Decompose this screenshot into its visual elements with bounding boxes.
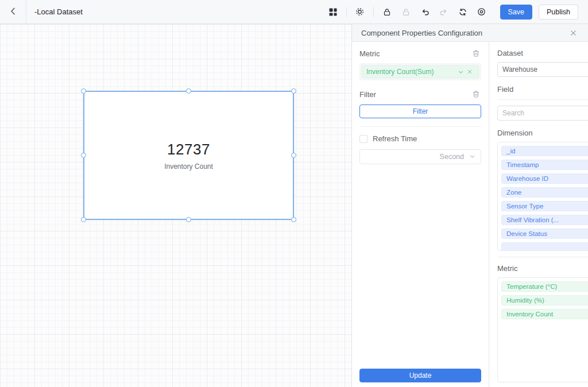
metric-tag[interactable]: Inventory Count(Sum) bbox=[362, 65, 479, 78]
dataset-select[interactable]: Warehouse bbox=[497, 62, 588, 77]
toolbar-separator bbox=[373, 7, 374, 17]
panel-title: Component Properties Configuration bbox=[361, 29, 482, 37]
resize-handle-top-center[interactable] bbox=[186, 88, 191, 94]
chevron-down-icon[interactable] bbox=[456, 67, 465, 76]
field-search[interactable] bbox=[497, 106, 588, 121]
component-config-column: Metric Inventory Count(Sum) bbox=[352, 42, 489, 387]
resize-handle-bottom-right[interactable] bbox=[291, 217, 296, 222]
toolbar-actions: Save Publish bbox=[326, 5, 588, 20]
refresh-unit-value: Second bbox=[440, 153, 464, 161]
filter-section-label: Filter bbox=[359, 90, 376, 99]
dimension-field-pill[interactable]: Shelf Vibration (... bbox=[501, 215, 588, 225]
dimension-field-pill[interactable]: Zone bbox=[501, 187, 588, 198]
properties-panel: Component Properties Configuration Metri… bbox=[351, 24, 588, 387]
preview-icon[interactable] bbox=[475, 5, 489, 19]
dataset-selected-value: Warehouse bbox=[502, 65, 588, 73]
tag-remove-icon[interactable] bbox=[465, 67, 474, 76]
indicator-value: 12737 bbox=[167, 141, 210, 158]
filter-button[interactable]: Filter bbox=[359, 105, 481, 118]
resize-handle-top-left[interactable] bbox=[81, 88, 86, 94]
metric-field-pill[interactable]: Humidity (%) bbox=[501, 295, 588, 305]
app-window: -Local Dataset bbox=[0, 0, 588, 387]
dimension-label: Dimension bbox=[497, 129, 588, 137]
panel-header: Component Properties Configuration bbox=[352, 24, 588, 42]
dataset-label: Dataset bbox=[497, 49, 588, 57]
divider bbox=[359, 126, 481, 127]
metric-field-pill[interactable]: Inventory Count bbox=[501, 309, 588, 319]
toolbar-separator bbox=[346, 7, 347, 17]
divider bbox=[497, 257, 588, 257]
field-label: Field bbox=[497, 85, 588, 94]
settings-icon[interactable] bbox=[353, 5, 367, 19]
refresh-time-label: Refresh Time bbox=[373, 134, 417, 143]
filter-delete-icon[interactable] bbox=[471, 89, 481, 99]
top-toolbar: -Local Dataset bbox=[0, 0, 588, 24]
dimension-field-pill[interactable]: Warehouse ID bbox=[501, 173, 588, 184]
components-icon[interactable] bbox=[326, 5, 340, 19]
unlock-icon bbox=[399, 5, 413, 19]
refresh-unit-select[interactable]: Second bbox=[430, 150, 481, 164]
resize-handle-middle-right[interactable] bbox=[291, 153, 296, 158]
chevron-down-icon bbox=[469, 152, 475, 162]
dimension-field-pill[interactable]: Timestamp bbox=[501, 160, 588, 170]
resize-handle-bottom-center[interactable] bbox=[186, 217, 191, 222]
lock-icon[interactable] bbox=[380, 5, 394, 19]
divider bbox=[497, 99, 588, 100]
close-icon[interactable] bbox=[567, 27, 579, 38]
refresh-time-toggle[interactable]: Refresh Time bbox=[359, 134, 481, 143]
resize-handle-middle-left[interactable] bbox=[81, 153, 86, 158]
indicator-card[interactable]: 12737 Inventory Count bbox=[83, 91, 294, 220]
metric-tag-label: Inventory Count(Sum) bbox=[366, 68, 456, 76]
undo-icon[interactable] bbox=[418, 5, 432, 19]
indicator-label: Inventory Count bbox=[164, 162, 213, 171]
document-title: -Local Dataset bbox=[34, 7, 83, 16]
refresh-interval-input[interactable] bbox=[360, 150, 430, 164]
dashboard-canvas[interactable]: 12737 Inventory Count bbox=[0, 24, 351, 387]
back-icon bbox=[9, 6, 18, 18]
metric-fields-label: Metric bbox=[497, 264, 588, 273]
save-button[interactable]: Save bbox=[500, 5, 533, 20]
dimension-list: _idTimestampWarehouse IDZoneSensor TypeS… bbox=[497, 142, 588, 251]
dimension-field-pill[interactable]: Sensor Type bbox=[501, 201, 588, 211]
metric-delete-icon[interactable] bbox=[471, 48, 481, 59]
publish-button[interactable]: Publish bbox=[539, 5, 578, 20]
dimension-field-pill-partial[interactable] bbox=[501, 242, 588, 251]
update-button[interactable]: Update bbox=[359, 369, 481, 382]
refresh-time-checkbox[interactable] bbox=[359, 135, 368, 143]
metric-section-label: Metric bbox=[359, 49, 380, 58]
back-button[interactable] bbox=[0, 0, 26, 24]
field-search-input[interactable] bbox=[502, 109, 588, 117]
metric-dropzone[interactable]: Inventory Count(Sum) bbox=[359, 63, 481, 80]
dataset-fields-column: Dataset Warehouse Field bbox=[489, 42, 588, 387]
refresh-interval-group: Second bbox=[359, 149, 481, 164]
dimension-field-pill[interactable]: Device Status bbox=[501, 229, 588, 239]
resize-handle-top-right[interactable] bbox=[291, 88, 296, 94]
refresh-icon[interactable] bbox=[456, 5, 470, 19]
resize-handle-bottom-left[interactable] bbox=[81, 217, 86, 222]
redo-icon bbox=[437, 5, 451, 19]
dimension-field-pill[interactable]: _id bbox=[501, 146, 588, 156]
metric-field-pill[interactable]: Temperature (°C) bbox=[501, 281, 588, 292]
metric-list: Temperature (°C)Humidity (%)Inventory Co… bbox=[497, 277, 588, 382]
